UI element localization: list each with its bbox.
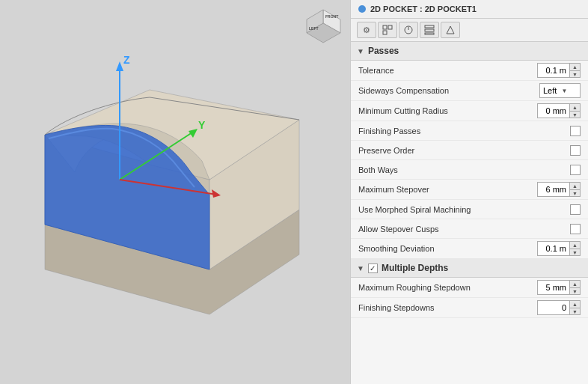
finishing-stepdowns-spinner[interactable]: ▲ ▼ xyxy=(537,300,581,315)
finishing-stepdowns-label: Finishing Stepdowns xyxy=(358,303,537,312)
toolbar-btn-5[interactable] xyxy=(441,22,460,38)
smoothing-deviation-value: ▲ ▼ xyxy=(537,241,581,256)
svg-text:Y: Y xyxy=(198,119,206,131)
finishing-stepdowns-value: ▲ ▼ xyxy=(537,300,581,315)
use-morphed-checkbox[interactable] xyxy=(570,204,581,215)
multiple-depths-section-header[interactable]: ▼ Multiple Depths xyxy=(351,259,588,278)
multiple-depths-arrow: ▼ xyxy=(357,264,364,272)
svg-rect-18 xyxy=(388,25,392,29)
finishing-passes-label: Finishing Passes xyxy=(358,127,570,135)
title-bar: 2D POCKET : 2D POCKET1 xyxy=(351,0,588,19)
preserve-order-value xyxy=(570,145,581,156)
maximum-stepover-row: Maximum Stepover ▲ ▼ xyxy=(351,180,588,200)
both-ways-checkbox[interactable] xyxy=(570,165,581,175)
title-dot xyxy=(358,5,366,13)
max-roughing-stepdown-input[interactable] xyxy=(538,281,569,294)
tolerance-up[interactable]: ▲ xyxy=(570,64,580,70)
sideways-compensation-selected: Left xyxy=(543,86,559,95)
finishing-passes-value xyxy=(570,126,581,136)
dropdown-arrow-icon: ▼ xyxy=(562,88,578,94)
max-roughing-stepdown-row: Maximum Roughing Stepdown ▲ ▼ xyxy=(351,278,588,298)
sideways-compensation-label: Sideways Compensation xyxy=(358,86,539,95)
use-morphed-value xyxy=(570,204,581,215)
both-ways-row: Both Ways xyxy=(351,160,588,180)
viewcube-svg: FRONT LEFT xyxy=(303,6,344,47)
viewcube[interactable]: FRONT LEFT xyxy=(303,6,344,47)
finishing-stepdowns-down[interactable]: ▼ xyxy=(570,308,580,314)
min-cutting-radius-row: Minimum Cutting Radius ▲ ▼ xyxy=(351,101,588,121)
maximum-stepover-input[interactable] xyxy=(538,183,569,196)
smoothing-deviation-up[interactable]: ▲ xyxy=(570,242,580,249)
smoothing-deviation-input[interactable] xyxy=(538,242,569,255)
smoothing-deviation-row: Smoothing Deviation ▲ ▼ xyxy=(351,239,588,259)
toolbar-btn-1[interactable]: ⚙ xyxy=(357,22,376,38)
finishing-stepdowns-row: Finishing Stepdowns ▲ ▼ xyxy=(351,298,588,318)
maximum-stepover-up[interactable]: ▲ xyxy=(570,183,580,189)
panel-toolbar: ⚙ xyxy=(351,19,588,42)
svg-text:LEFT: LEFT xyxy=(309,26,319,31)
smoothing-deviation-arrows: ▲ ▼ xyxy=(569,242,580,255)
allow-stepover-cusps-label: Allow Stepover Cusps xyxy=(358,225,570,234)
min-cutting-radius-arrows: ▲ ▼ xyxy=(569,104,580,118)
panel-title: 2D POCKET : 2D POCKET1 xyxy=(370,4,477,13)
sideways-compensation-row: Sideways Compensation Left ▼ xyxy=(351,81,588,101)
maximum-stepover-down[interactable]: ▼ xyxy=(570,189,580,196)
use-morphed-label: Use Morphed Spiral Machining xyxy=(358,205,570,214)
allow-stepover-cusps-checkbox[interactable] xyxy=(570,224,581,234)
max-roughing-stepdown-down[interactable]: ▼ xyxy=(570,287,580,294)
allow-stepover-cusps-row: Allow Stepover Cusps xyxy=(351,219,588,239)
svg-text:Z: Z xyxy=(123,54,130,66)
toolbar-btn-3[interactable] xyxy=(399,22,418,38)
svg-marker-25 xyxy=(447,26,454,34)
3d-shape-svg: Z Y xyxy=(0,0,350,384)
tolerance-down[interactable]: ▼ xyxy=(570,70,580,77)
smoothing-deviation-spinner[interactable]: ▲ ▼ xyxy=(537,241,581,256)
toolbar-btn-4[interactable] xyxy=(420,22,439,38)
passes-arrow: ▼ xyxy=(357,47,364,55)
toolbar-btn-2[interactable] xyxy=(378,22,397,38)
max-roughing-stepdown-arrows: ▲ ▼ xyxy=(569,281,580,294)
min-cutting-radius-value: ▲ ▼ xyxy=(537,103,581,118)
svg-rect-19 xyxy=(383,31,387,34)
tolerance-spinner[interactable]: ▲ ▼ xyxy=(537,63,581,78)
smoothing-deviation-label: Smoothing Deviation xyxy=(358,244,537,253)
preserve-order-checkbox[interactable] xyxy=(570,145,581,156)
multiple-depths-section-title: Multiple Depths xyxy=(382,263,448,273)
svg-rect-23 xyxy=(425,29,434,31)
finishing-stepdowns-arrows: ▲ ▼ xyxy=(569,301,580,314)
tolerance-row: Tolerance ▲ ▼ xyxy=(351,61,588,81)
finishing-passes-row: Finishing Passes xyxy=(351,121,588,141)
tolerance-input[interactable] xyxy=(538,64,569,77)
max-roughing-stepdown-up[interactable]: ▲ xyxy=(570,281,580,287)
min-cutting-radius-label: Minimum Cutting Radius xyxy=(358,106,537,115)
max-roughing-stepdown-value: ▲ ▼ xyxy=(537,280,581,295)
min-cutting-radius-input[interactable] xyxy=(538,104,569,118)
allow-stepover-cusps-value xyxy=(570,224,581,234)
passes-section-header[interactable]: ▼ Passes xyxy=(351,42,588,61)
passes-section-title: Passes xyxy=(368,46,399,56)
use-morphed-row: Use Morphed Spiral Machining xyxy=(351,200,588,219)
tolerance-label: Tolerance xyxy=(358,66,537,75)
preserve-order-row: Preserve Order xyxy=(351,141,588,160)
finishing-stepdowns-up[interactable]: ▲ xyxy=(570,301,580,308)
finishing-passes-checkbox[interactable] xyxy=(570,126,581,136)
multiple-depths-checkbox[interactable] xyxy=(368,263,378,273)
max-roughing-stepdown-spinner[interactable]: ▲ ▼ xyxy=(537,280,581,295)
sideways-compensation-dropdown[interactable]: Left ▼ xyxy=(539,83,581,98)
preserve-order-label: Preserve Order xyxy=(358,146,570,155)
maximum-stepover-spinner[interactable]: ▲ ▼ xyxy=(537,182,581,197)
viewport-3d[interactable]: Z Y FRONT LEFT xyxy=(0,0,350,384)
both-ways-value xyxy=(570,165,581,175)
max-roughing-stepdown-label: Maximum Roughing Stepdown xyxy=(358,283,537,292)
svg-text:FRONT: FRONT xyxy=(325,14,338,19)
min-cutting-radius-down[interactable]: ▼ xyxy=(570,111,580,118)
maximum-stepover-arrows: ▲ ▼ xyxy=(569,183,580,196)
min-cutting-radius-spinner[interactable]: ▲ ▼ xyxy=(537,103,581,118)
min-cutting-radius-up[interactable]: ▲ xyxy=(570,104,580,111)
svg-rect-24 xyxy=(425,33,434,34)
right-panel: 2D POCKET : 2D POCKET1 ⚙ ▼ Passes Tolera… xyxy=(350,0,588,384)
finishing-stepdowns-input[interactable] xyxy=(538,301,569,314)
smoothing-deviation-down[interactable]: ▼ xyxy=(570,249,580,255)
svg-rect-22 xyxy=(425,25,434,28)
maximum-stepover-value: ▲ ▼ xyxy=(537,182,581,197)
